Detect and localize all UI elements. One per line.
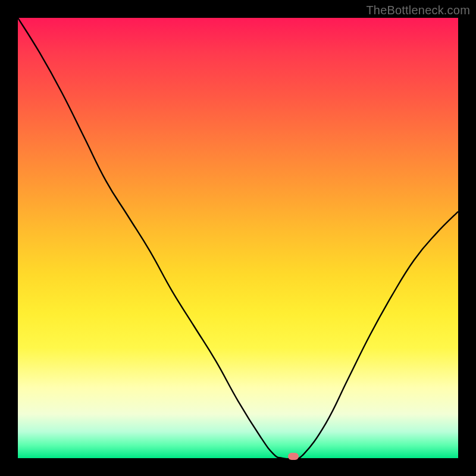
optimal-point-marker xyxy=(288,453,299,460)
bottleneck-curve-svg xyxy=(18,18,458,458)
bottleneck-curve-path xyxy=(18,18,458,458)
watermark-text: TheBottleneck.com xyxy=(366,4,470,17)
